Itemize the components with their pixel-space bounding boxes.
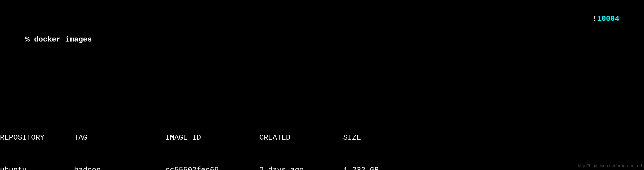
header-image-id: IMAGE ID [166,132,259,143]
cell-tag: hadoop [74,165,166,170]
table-header-row: REPOSITORY TAG IMAGE ID CREATED SIZE [0,132,644,143]
terminal-output: % docker images !10004 REPOSITORY TAG IM… [0,2,644,170]
watermark-text: http://blog.csdn.net/program_red [578,162,642,169]
history-number-value: 10004 [597,14,619,23]
command-text: docker images [34,35,92,44]
prompt-symbol: % [25,35,30,44]
command-prompt-line: % docker images [0,24,644,56]
cell-image-id: cc55502fec69 [166,165,259,170]
cell-created: 2 days ago [259,165,343,170]
history-number: !10004 [593,14,619,24]
header-tag: TAG [74,132,166,143]
cell-repository: ubuntu [0,165,74,170]
cell-size: 1.232 GB [343,165,417,170]
table-row: ubuntu hadoop cc55502fec69 2 days ago 1.… [0,165,644,170]
header-size: SIZE [343,132,417,143]
header-created: CREATED [259,132,343,143]
header-repository: REPOSITORY [0,132,74,143]
docker-images-table: REPOSITORY TAG IMAGE ID CREATED SIZE ubu… [0,111,644,170]
